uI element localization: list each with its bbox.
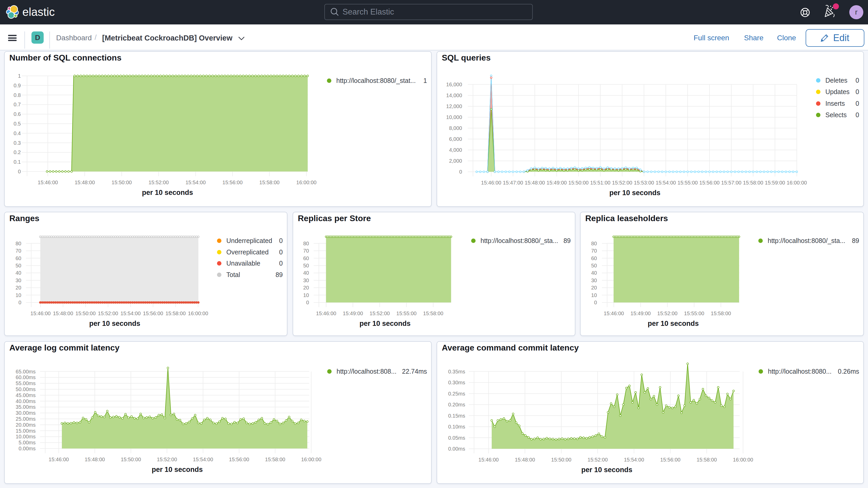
svg-text:20: 20 xyxy=(591,285,597,291)
svg-text:16,000: 16,000 xyxy=(446,82,462,87)
svg-text:per 10 seconds: per 10 seconds xyxy=(581,466,632,474)
svg-text:0: 0 xyxy=(19,300,21,305)
svg-text:10: 10 xyxy=(16,292,21,298)
svg-text:16:00:00: 16:00:00 xyxy=(296,180,316,185)
svg-text:0.3: 0.3 xyxy=(13,140,21,146)
svg-text:15:59:00: 15:59:00 xyxy=(765,180,785,186)
svg-text:30: 30 xyxy=(16,277,21,283)
svg-text:0: 0 xyxy=(594,300,597,305)
svg-text:70: 70 xyxy=(303,248,309,254)
svg-text:50: 50 xyxy=(591,263,597,268)
svg-text:15:52:00: 15:52:00 xyxy=(588,457,608,462)
svg-text:80: 80 xyxy=(303,241,309,246)
svg-text:45.00ms: 45.00ms xyxy=(16,392,36,398)
svg-text:16:00:00: 16:00:00 xyxy=(787,180,807,186)
svg-text:0: 0 xyxy=(306,300,309,305)
svg-text:15.00ms: 15.00ms xyxy=(16,428,36,434)
svg-text:0.05ms: 0.05ms xyxy=(448,435,465,441)
svg-text:15:58:00: 15:58:00 xyxy=(423,310,443,316)
svg-text:0.30ms: 0.30ms xyxy=(448,379,465,385)
svg-text:15:55:00: 15:55:00 xyxy=(396,310,416,316)
svg-text:70: 70 xyxy=(591,248,597,254)
svg-text:15:58:00: 15:58:00 xyxy=(165,310,186,316)
svg-text:15:56:00: 15:56:00 xyxy=(222,180,243,185)
svg-text:15:46:00: 15:46:00 xyxy=(604,310,624,316)
svg-text:2,000: 2,000 xyxy=(449,158,462,164)
svg-text:15:46:00: 15:46:00 xyxy=(478,457,499,462)
svg-text:6,000: 6,000 xyxy=(449,136,462,142)
svg-text:40: 40 xyxy=(16,270,21,276)
svg-text:per 10 seconds: per 10 seconds xyxy=(360,319,411,328)
svg-text:0.9: 0.9 xyxy=(13,83,21,88)
svg-text:60: 60 xyxy=(16,255,21,261)
svg-text:0.00ms: 0.00ms xyxy=(19,446,36,451)
svg-text:per 10 seconds: per 10 seconds xyxy=(610,189,661,197)
svg-text:30.00ms: 30.00ms xyxy=(16,410,36,416)
svg-text:15:46:00: 15:46:00 xyxy=(30,310,51,316)
svg-text:0.2: 0.2 xyxy=(13,149,21,155)
svg-text:60: 60 xyxy=(591,255,597,261)
svg-text:15:54:00: 15:54:00 xyxy=(120,310,141,316)
svg-text:20.00ms: 20.00ms xyxy=(16,422,36,428)
svg-text:15:57:00: 15:57:00 xyxy=(721,180,741,186)
svg-text:15:55:00: 15:55:00 xyxy=(678,180,698,186)
svg-text:15:50:00: 15:50:00 xyxy=(568,180,589,186)
svg-text:per 10 seconds: per 10 seconds xyxy=(648,319,699,328)
svg-text:per 10 seconds: per 10 seconds xyxy=(152,466,203,474)
svg-text:80: 80 xyxy=(16,241,21,246)
svg-text:5.00ms: 5.00ms xyxy=(19,440,36,446)
svg-text:15:56:00: 15:56:00 xyxy=(699,180,720,186)
svg-text:0.25ms: 0.25ms xyxy=(448,391,465,397)
svg-text:15:51:00: 15:51:00 xyxy=(590,180,611,186)
svg-text:10: 10 xyxy=(591,292,597,298)
svg-text:15:49:00: 15:49:00 xyxy=(343,310,363,316)
svg-text:15:46:00: 15:46:00 xyxy=(38,180,58,185)
svg-text:16:00:00: 16:00:00 xyxy=(301,457,321,462)
svg-text:15:52:00: 15:52:00 xyxy=(657,310,678,316)
svg-text:0.20ms: 0.20ms xyxy=(448,402,465,407)
svg-text:15:50:00: 15:50:00 xyxy=(551,457,571,462)
svg-text:15:49:00: 15:49:00 xyxy=(630,310,651,316)
svg-text:0.6: 0.6 xyxy=(13,111,21,117)
svg-text:15:48:00: 15:48:00 xyxy=(515,457,535,462)
svg-text:15:50:00: 15:50:00 xyxy=(121,457,141,462)
svg-text:15:58:00: 15:58:00 xyxy=(265,457,285,462)
svg-text:0.7: 0.7 xyxy=(13,101,21,107)
svg-text:30: 30 xyxy=(591,277,597,283)
svg-text:15:58:00: 15:58:00 xyxy=(259,180,280,185)
svg-text:0.00ms: 0.00ms xyxy=(448,446,465,452)
svg-text:per 10 seconds: per 10 seconds xyxy=(142,189,193,196)
svg-text:15:58:00: 15:58:00 xyxy=(696,457,717,462)
svg-text:15:56:00: 15:56:00 xyxy=(660,457,681,462)
svg-text:15:53:00: 15:53:00 xyxy=(634,180,654,186)
svg-text:16:00:00: 16:00:00 xyxy=(733,457,753,462)
svg-text:15:52:00: 15:52:00 xyxy=(370,310,390,316)
svg-text:20: 20 xyxy=(16,285,21,291)
svg-text:15:49:00: 15:49:00 xyxy=(547,180,567,186)
svg-text:15:50:00: 15:50:00 xyxy=(75,310,96,316)
svg-text:15:58:00: 15:58:00 xyxy=(743,180,763,186)
svg-text:15:54:00: 15:54:00 xyxy=(193,457,213,462)
svg-text:0.1: 0.1 xyxy=(13,159,21,165)
svg-text:15:46:00: 15:46:00 xyxy=(481,180,501,186)
svg-text:0.35ms: 0.35ms xyxy=(448,369,465,374)
svg-text:4,000: 4,000 xyxy=(449,147,462,153)
svg-text:65.00ms: 65.00ms xyxy=(16,369,36,374)
svg-text:15:46:00: 15:46:00 xyxy=(49,457,69,462)
svg-text:15:54:00: 15:54:00 xyxy=(186,180,206,185)
svg-text:15:52:00: 15:52:00 xyxy=(148,180,169,185)
svg-text:0: 0 xyxy=(459,169,462,175)
svg-text:25.00ms: 25.00ms xyxy=(16,416,36,422)
svg-text:14,000: 14,000 xyxy=(446,92,462,98)
svg-text:70: 70 xyxy=(16,248,21,254)
svg-text:15:46:00: 15:46:00 xyxy=(316,310,336,316)
svg-text:15:58:00: 15:58:00 xyxy=(711,310,731,316)
svg-text:0.8: 0.8 xyxy=(13,92,21,98)
svg-text:15:47:00: 15:47:00 xyxy=(503,180,523,186)
svg-text:15:52:00: 15:52:00 xyxy=(157,457,177,462)
svg-text:60: 60 xyxy=(303,255,309,261)
svg-text:15:50:00: 15:50:00 xyxy=(112,180,132,185)
svg-text:10.00ms: 10.00ms xyxy=(16,434,36,439)
svg-text:0.10ms: 0.10ms xyxy=(448,424,465,430)
svg-text:0.4: 0.4 xyxy=(13,130,21,136)
